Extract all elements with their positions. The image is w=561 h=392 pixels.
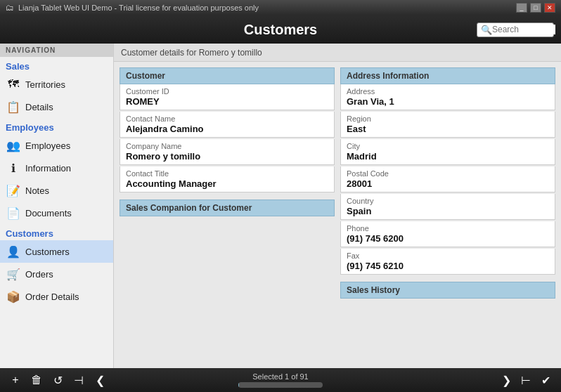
- sidebar-item-notes[interactable]: 📝 Notes: [0, 179, 113, 202]
- search-icon: 🔍: [481, 25, 492, 35]
- contact-title-value: Accounting Manager: [126, 178, 328, 189]
- page-title: Customers: [244, 22, 317, 38]
- customer-id-field: Customer ID ROMEY: [120, 84, 335, 110]
- first-button[interactable]: ⊣: [70, 372, 87, 388]
- fax-value: (91) 745 6210: [347, 261, 549, 271]
- company-name-field: Company Name Romero y tomillo: [120, 139, 335, 165]
- company-name-label: Company Name: [126, 142, 328, 150]
- search-input[interactable]: [492, 25, 555, 34]
- add-button[interactable]: +: [7, 372, 24, 388]
- check-button[interactable]: ✔: [537, 372, 554, 388]
- postal-code-label: Postal Code: [347, 169, 549, 178]
- contact-name-value: Alejandra Camino: [126, 124, 328, 134]
- window-controls: _ □ ✕: [516, 3, 555, 13]
- detail-area: Customer Customer ID ROMEY Contact Name …: [114, 62, 561, 304]
- phone-label: Phone: [347, 224, 549, 233]
- progress-bar-container: [238, 382, 323, 388]
- sidebar-item-documents[interactable]: 📄 Documents: [0, 202, 113, 224]
- contact-title-label: Contact Title: [126, 169, 328, 178]
- address-value: Gran Via, 1: [347, 96, 549, 107]
- sales-companion-header: Sales Companion for Customer: [120, 200, 335, 216]
- address-field: Address Gran Via, 1: [340, 84, 555, 110]
- title-bar: 🗂 Lianja Tablet Web UI Demo - Trial lice…: [0, 0, 561, 15]
- sidebar-item-employees[interactable]: 👥 Employees: [0, 134, 113, 157]
- customers-section-title: Customers: [0, 224, 113, 240]
- territories-icon: 🗺: [6, 77, 21, 92]
- city-label: City: [347, 142, 549, 150]
- phone-value: (91) 745 6200: [347, 233, 549, 244]
- order-details-label: Order Details: [25, 292, 79, 302]
- region-label: Region: [347, 115, 549, 123]
- contact-name-label: Contact Name: [126, 115, 328, 123]
- sidebar-item-information[interactable]: ℹ Information: [0, 157, 113, 179]
- contact-title-field: Contact Title Accounting Manager: [120, 166, 335, 192]
- details-icon: 📋: [6, 99, 21, 115]
- fax-label: Fax: [347, 251, 549, 260]
- next-button[interactable]: ❯: [498, 372, 515, 388]
- nav-label: NAVIGATION: [0, 44, 113, 57]
- orders-icon: 🛒: [6, 266, 21, 282]
- contact-name-field: Contact Name Alejandra Camino: [120, 112, 335, 138]
- progress-bar-fill: [238, 382, 239, 388]
- country-label: Country: [347, 197, 549, 205]
- postal-code-value: 28001: [347, 178, 549, 189]
- customer-id-value: ROMEY: [126, 96, 328, 107]
- country-field: Country Spain: [340, 194, 555, 220]
- postal-code-field: Postal Code 28001: [340, 166, 555, 192]
- maximize-button[interactable]: □: [530, 3, 541, 13]
- sales-section-title: Sales: [0, 57, 113, 73]
- customers-label: Customers: [25, 247, 70, 257]
- close-button[interactable]: ✕: [544, 3, 555, 13]
- last-button[interactable]: ⊢: [517, 372, 534, 388]
- minimize-button[interactable]: _: [516, 3, 527, 13]
- address-section-header: Address Information: [340, 67, 555, 84]
- orders-label: Orders: [25, 269, 53, 280]
- sidebar-item-customers[interactable]: 👤 Customers: [0, 240, 113, 263]
- sidebar: NAVIGATION Sales 🗺 Territories 📋 Details…: [0, 44, 114, 368]
- employees-icon: 👥: [6, 138, 21, 153]
- toolbar-right-buttons: ❯ ⊢ ✔: [498, 372, 554, 388]
- address-label: Address: [347, 87, 549, 96]
- sidebar-item-territories[interactable]: 🗺 Territories: [0, 73, 113, 96]
- documents-icon: 📄: [6, 205, 21, 221]
- order-details-icon: 📦: [6, 289, 21, 304]
- toolbar-status: Selected 1 of 91: [252, 372, 309, 381]
- sidebar-item-orders[interactable]: 🛒 Orders: [0, 263, 113, 285]
- sidebar-item-details[interactable]: 📋 Details: [0, 96, 113, 118]
- undo-button[interactable]: ↺: [49, 372, 66, 388]
- employees-section-title: Employees: [0, 118, 113, 134]
- notes-label: Notes: [25, 185, 49, 196]
- information-label: Information: [25, 163, 71, 174]
- details-label: Details: [25, 102, 53, 112]
- territories-label: Territories: [25, 79, 65, 90]
- toolbar: + 🗑 ↺ ⊣ ❮ Selected 1 of 91 ❯ ⊢ ✔: [0, 368, 561, 392]
- address-column: Address Information Address Gran Via, 1 …: [340, 67, 555, 299]
- title-text: Lianja Tablet Web UI Demo - Trial licens…: [18, 4, 259, 12]
- search-box[interactable]: 🔍: [477, 22, 554, 37]
- app-icon: 🗂: [6, 3, 14, 13]
- prev-button[interactable]: ❮: [91, 372, 108, 388]
- information-icon: ℹ: [6, 160, 21, 176]
- phone-field: Phone (91) 745 6200: [340, 221, 555, 247]
- region-value: East: [347, 124, 549, 134]
- fax-field: Fax (91) 745 6210: [340, 249, 555, 275]
- customer-column: Customer Customer ID ROMEY Contact Name …: [120, 67, 335, 299]
- company-name-value: Romero y tomillo: [126, 151, 328, 162]
- sidebar-item-order-details[interactable]: 📦 Order Details: [0, 285, 113, 308]
- customers-icon: 👤: [6, 244, 21, 259]
- customer-section-header: Customer: [120, 67, 335, 84]
- sales-history-header: Sales History: [340, 282, 555, 299]
- region-field: Region East: [340, 112, 555, 138]
- city-field: City Madrid: [340, 139, 555, 165]
- country-value: Spain: [347, 206, 549, 216]
- employees-label: Employees: [25, 141, 70, 151]
- main-layout: NAVIGATION Sales 🗺 Territories 📋 Details…: [0, 44, 561, 368]
- documents-label: Documents: [25, 208, 72, 218]
- breadcrumb: Customer details for Romero y tomillo: [114, 44, 561, 62]
- city-value: Madrid: [347, 151, 549, 162]
- customer-id-label: Customer ID: [126, 87, 328, 96]
- content-area: Customer details for Romero y tomillo Cu…: [114, 44, 561, 368]
- delete-button[interactable]: 🗑: [28, 372, 45, 388]
- page-header: Customers 🔍: [0, 15, 561, 44]
- notes-icon: 📝: [6, 183, 21, 198]
